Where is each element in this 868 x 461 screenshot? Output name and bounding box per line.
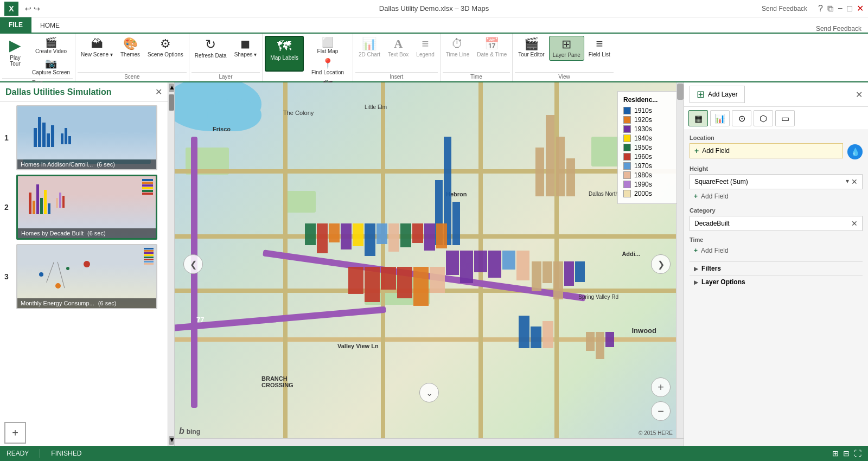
category-value-row: DecadeBuilt ✕ [690,216,863,231]
themes-button[interactable]: 🎨 Themes [117,36,143,60]
tour-editor-button[interactable]: 🎬 Tour Editor [515,36,547,60]
date-time-button[interactable]: 📅 Date & Time [474,36,510,60]
view-buttons: 🎬 Tour Editor ⊞ Layer Pane ≡ Field List [515,36,614,71]
add-layer-button[interactable]: ⊞ Add Layer [690,86,745,103]
map-area[interactable]: ▲ ▼ [168,82,684,446]
new-scene-button[interactable]: 🏔 New Scene ▾ [78,36,116,60]
create-video-button[interactable]: 🎬 Create Video [29,36,73,56]
scroll-up-arrow[interactable]: ▲ [169,84,174,92]
help-icon[interactable]: ? [818,4,823,14]
map-copyright: © 2015 HERE [639,430,673,436]
legend-color-1910s [623,107,631,114]
map-scroll-h[interactable] [175,438,684,446]
height-add-field[interactable]: + Add Field [690,191,863,202]
category-remove[interactable]: ✕ [851,219,858,228]
status-icon-2[interactable]: ⊟ [843,449,850,458]
view-group-label: View [515,72,614,81]
status-icon-3[interactable]: ⛶ [854,449,861,458]
layer-type-heatmap[interactable]: ▭ [775,110,795,126]
location-add-field[interactable]: + Add Field [690,143,843,158]
minimize-icon[interactable]: − [838,4,843,14]
scroll-thumb-map[interactable] [677,84,684,100]
stacked-bar-icon: ▦ [694,113,703,124]
time-label: Time [690,236,863,243]
title-text: Dallas Utility Demo.xlsx – 3D Maps [379,4,489,12]
legend-label-1910s: 1910s [634,107,652,114]
layer-options-section[interactable]: ▶ Layer Options [690,275,863,289]
2d-chart-button[interactable]: 📊 2D Chart [355,36,384,60]
redo-icon[interactable]: ↪ [34,4,40,13]
undo-icon[interactable]: ↩ [25,4,31,13]
filters-section[interactable]: ▶ Filters [690,261,863,275]
height-remove[interactable]: ✕ [851,177,858,186]
layer-type-stacked[interactable]: ▦ [688,110,708,126]
legend-item-1910s: 1910s [623,107,671,114]
legend-item-1990s: 1990s [623,181,671,188]
location-droplet-button[interactable]: 💧 [847,144,863,159]
find-location-button[interactable]: 📍 Find Location [305,57,350,77]
map-down-button[interactable]: ⌄ [419,383,439,402]
legend-color-2000s [623,190,631,197]
add-scene-button[interactable]: + [4,422,26,444]
legend-button[interactable]: ≡ Legend [413,36,437,60]
layer-type-bar[interactable]: 📊 [710,110,730,126]
category-label: Category [690,207,863,214]
map-next-button[interactable]: ❯ [651,254,671,274]
map-scroll-left[interactable]: ▲ ▼ [168,82,175,446]
field-list-button[interactable]: ≡ Field List [585,36,614,60]
scene-item-1[interactable]: 1 [4,105,163,170]
text-box-button[interactable]: A Text Box [385,36,412,60]
road-v1 [283,82,288,446]
home-tab[interactable]: HOME [31,18,68,34]
time-section: Time + Add Field [690,236,863,256]
refresh-data-button[interactable]: ↻ Refresh Data [192,36,230,61]
filters-arrow: ▶ [694,266,698,272]
play-tour-button[interactable]: ▶ Play Tour [2,36,28,72]
maximize-icon[interactable]: □ [847,4,852,14]
flat-map-button[interactable]: ⬜ Flat Map [305,36,350,56]
height-dropdown[interactable]: ▾ [846,177,849,186]
find-location-label: Find Location [311,69,344,75]
legend-title: Residenc... [623,96,671,104]
scene-item-2[interactable]: 2 [4,175,163,240]
close-icon[interactable]: ✕ [857,3,864,14]
legend-color-1960s [623,153,631,161]
map-zoom-minus-button[interactable]: − [651,401,671,421]
time-line-label: Time Line [446,52,470,57]
send-feedback-link[interactable]: Send Feedback [762,5,807,12]
layer-buttons: ↻ Refresh Data ◼ Shapes ▾ [192,36,260,71]
themes-label: Themes [120,52,140,57]
restore-icon[interactable]: ⧉ [827,4,833,14]
scene-options-button[interactable]: ⚙ Scene Options [144,36,187,60]
scroll-down-arrow[interactable]: ▼ [169,436,174,445]
right-panel-close[interactable]: ✕ [856,89,863,100]
file-tab[interactable]: FILE [0,17,31,33]
layer-type-region[interactable]: ⬡ [754,110,773,126]
send-feedback-top[interactable]: Send Feedback [816,25,868,33]
legend-item-1950s: 1950s [623,144,671,151]
layer-type-bubble[interactable]: ⊙ [732,110,751,126]
map-prev-button[interactable]: ❮ [183,254,203,274]
layer-pane-button[interactable]: ⊞ Layer Pane [549,36,584,61]
scroll-thumb-v[interactable] [169,94,174,111]
scene-item-3[interactable]: 3 [4,244,163,309]
left-panel-close[interactable]: ✕ [155,87,162,97]
create-video-icon: 🎬 [45,37,57,47]
height-value: SquareFeet (Sum) [694,178,844,185]
time-add-field[interactable]: + Add Field [690,245,863,256]
map-scroll-v[interactable] [676,82,684,446]
time-line-button[interactable]: ⏱ Time Line [443,36,473,60]
legend-label: Legend [416,52,434,57]
legend-label-1930s: 1930s [634,125,652,133]
scene-thumb-3: Monthly Energy Consump... (6 sec) [16,244,157,309]
layer-pane-icon: ⊞ [561,39,571,50]
capture-screen-button[interactable]: 📷 Capture Screen [29,57,73,77]
bar-chart-icon: 📊 [714,113,725,124]
map-labels-button[interactable]: 🗺 Map Labels [265,36,304,72]
time-add-icon: + [694,247,698,254]
shapes-button[interactable]: ◼ Shapes ▾ [231,36,260,60]
status-icon-1[interactable]: ⊞ [832,449,839,458]
refresh-data-icon: ↻ [205,38,216,51]
title-left: X ↩ ↪ [4,2,40,16]
map-zoom-plus-button[interactable]: + [651,377,671,397]
